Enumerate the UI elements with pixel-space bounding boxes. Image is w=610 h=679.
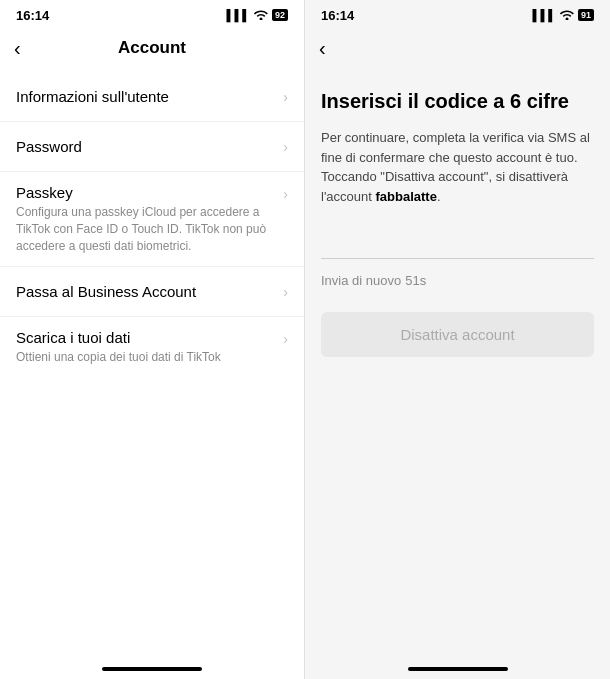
header-left: ‹ Account	[0, 28, 304, 72]
menu-item-subtitle-download: Ottieni una copia dei tuoi dati di TikTo…	[16, 349, 275, 364]
code-input-area[interactable]	[321, 234, 594, 259]
verify-title: Inserisci il codice a 6 cifre	[321, 88, 594, 114]
status-icons-right: ▌▌▌ 91	[533, 9, 594, 22]
menu-item-title-password: Password	[16, 138, 275, 155]
menu-item-user-info[interactable]: Informazioni sull'utente ›	[0, 72, 304, 122]
username-bold: fabbalatte	[376, 189, 437, 204]
resend-row: Invia di nuovo 51s	[321, 273, 594, 288]
status-bar-right: 16:14 ▌▌▌ 91	[305, 0, 610, 28]
back-button-right[interactable]: ‹	[319, 37, 326, 60]
chevron-icon-download: ›	[283, 331, 288, 347]
menu-item-title-passkey: Passkey	[16, 184, 275, 201]
battery-icon-left: 92	[272, 9, 288, 21]
code-input[interactable]	[321, 235, 594, 251]
chevron-icon-business: ›	[283, 284, 288, 300]
menu-item-passkey[interactable]: Passkey Configura una passkey iCloud per…	[0, 172, 304, 267]
home-indicator-right	[305, 657, 610, 679]
home-bar-left	[102, 667, 202, 671]
status-time-right: 16:14	[321, 8, 354, 23]
chevron-icon-passkey: ›	[283, 186, 288, 202]
header-right: ‹	[305, 28, 610, 72]
status-icons-left: ▌▌▌ 92	[227, 9, 288, 22]
wifi-icon-right	[560, 9, 574, 22]
description-text-2: .	[437, 189, 441, 204]
resend-label[interactable]: Invia di nuovo	[321, 273, 401, 288]
menu-item-business[interactable]: Passa al Business Account ›	[0, 267, 304, 317]
wifi-icon-left	[254, 9, 268, 22]
menu-item-password[interactable]: Password ›	[0, 122, 304, 172]
verify-description: Per continuare, completa la verifica via…	[321, 128, 594, 206]
back-button-left[interactable]: ‹	[14, 37, 21, 60]
left-panel: 16:14 ▌▌▌ 92 ‹ Account Informazioni sull…	[0, 0, 305, 679]
chevron-icon-user-info: ›	[283, 89, 288, 105]
signal-icon-right: ▌▌▌	[533, 9, 556, 21]
battery-icon-right: 91	[578, 9, 594, 21]
description-text-1: Per continuare, completa la verifica via…	[321, 130, 590, 204]
right-panel: 16:14 ▌▌▌ 91 ‹ Inserisci il codice a 6 c…	[305, 0, 610, 679]
home-bar-right	[408, 667, 508, 671]
menu-list: Informazioni sull'utente › Password › Pa…	[0, 72, 304, 365]
menu-item-title-download: Scarica i tuoi dati	[16, 329, 275, 346]
menu-item-title-user-info: Informazioni sull'utente	[16, 88, 275, 105]
deactivate-account-button[interactable]: Disattiva account	[321, 312, 594, 357]
menu-item-download[interactable]: Scarica i tuoi dati Ottieni una copia de…	[0, 317, 304, 364]
page-title-left: Account	[118, 38, 186, 58]
signal-icon-left: ▌▌▌	[227, 9, 250, 21]
home-indicator-left	[0, 657, 304, 679]
chevron-icon-password: ›	[283, 139, 288, 155]
status-bar-left: 16:14 ▌▌▌ 92	[0, 0, 304, 28]
right-content: Inserisci il codice a 6 cifre Per contin…	[305, 72, 610, 373]
menu-item-subtitle-passkey: Configura una passkey iCloud per acceder…	[16, 204, 275, 254]
resend-timer: 51s	[405, 273, 426, 288]
status-time-left: 16:14	[16, 8, 49, 23]
menu-item-title-business: Passa al Business Account	[16, 283, 275, 300]
